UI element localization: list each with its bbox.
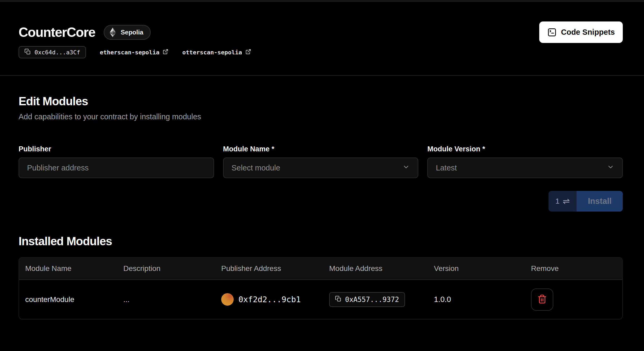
external-link-icon	[163, 49, 168, 56]
publisher-address-cell: 0xf2d2...9cb1	[215, 293, 323, 306]
module-version-select-value: Latest	[436, 164, 457, 172]
publisher-avatar	[221, 293, 234, 306]
module-install-form: Publisher Module Name * Select module Mo…	[19, 145, 623, 178]
chevron-down-icon	[402, 163, 410, 173]
module-name-select-value: Select module	[232, 164, 280, 172]
address-row: 0xc64d...a3Cf etherscan-sepolia ottersca…	[19, 46, 623, 58]
module-version-label: Module Version *	[427, 145, 623, 153]
module-version-field-group: Module Version * Latest	[427, 145, 623, 178]
col-version: Version	[428, 264, 525, 273]
col-module-name: Module Name	[19, 264, 117, 273]
publisher-address-input[interactable]	[19, 157, 214, 178]
module-address-chip[interactable]: 0xA557...9372	[329, 292, 405, 307]
table-row: counterModule ... 0xf2d2...9cb1	[19, 280, 622, 319]
copy-icon	[335, 296, 341, 304]
install-split-button: 1 ⇌ Install	[549, 191, 623, 212]
installed-modules-table: Module Name Description Publisher Addres…	[19, 257, 623, 319]
module-name-select[interactable]: Select module	[223, 157, 419, 178]
remove-cell	[525, 288, 622, 311]
module-name-field-group: Module Name * Select module	[223, 145, 419, 178]
etherscan-sepolia-label: etherscan-sepolia	[100, 49, 159, 56]
version-cell: 1.0.0	[428, 295, 525, 304]
network-badge-label: Sepolia	[121, 29, 143, 36]
top-bar	[0, 0, 644, 2]
install-row: 1 ⇌ Install	[19, 191, 623, 212]
install-button[interactable]: Install	[577, 191, 623, 212]
publisher-field-group: Publisher	[19, 145, 214, 178]
module-address-cell: 0xA557...9372	[323, 292, 428, 307]
chevron-down-icon	[607, 163, 614, 173]
col-module-address: Module Address	[323, 264, 428, 273]
tx-count-badge[interactable]: 1 ⇌	[549, 191, 577, 212]
tx-count: 1	[555, 197, 560, 205]
col-description: Description	[117, 264, 215, 273]
page-title: CounterCore	[19, 24, 95, 40]
otterscan-sepolia-label: otterscan-sepolia	[182, 49, 242, 56]
col-remove: Remove	[525, 264, 622, 273]
contract-header: CounterCore Sepolia	[0, 2, 644, 76]
ethereum-icon	[108, 28, 118, 37]
remove-module-button[interactable]	[531, 288, 553, 311]
module-address: 0xA557...9372	[345, 296, 399, 304]
main-content: Edit Modules Add capabilities to your co…	[0, 94, 644, 319]
description-cell: ...	[117, 295, 215, 304]
contract-address: 0xc64d...a3Cf	[34, 49, 80, 56]
module-name-cell: counterModule	[19, 295, 117, 304]
code-snippets-label: Code Snippets	[561, 28, 615, 37]
publisher-address[interactable]: 0xf2d2...9cb1	[238, 295, 301, 304]
publisher-label: Publisher	[19, 145, 214, 153]
module-name-label: Module Name *	[223, 145, 419, 153]
terminal-icon	[547, 28, 557, 37]
page: CounterCore Sepolia	[0, 0, 644, 319]
etherscan-sepolia-link[interactable]: etherscan-sepolia	[100, 49, 168, 56]
otterscan-sepolia-link[interactable]: otterscan-sepolia	[182, 49, 251, 56]
module-version-select[interactable]: Latest	[427, 157, 623, 178]
installed-modules-title: Installed Modules	[19, 234, 623, 248]
copy-icon	[24, 49, 31, 56]
table-header-row: Module Name Description Publisher Addres…	[19, 258, 622, 280]
edit-modules-subtitle: Add capabilities to your contract by ins…	[19, 112, 623, 121]
col-publisher-address: Publisher Address	[215, 264, 323, 273]
contract-address-chip[interactable]: 0xc64d...a3Cf	[19, 46, 86, 58]
title-row: CounterCore Sepolia	[19, 21, 623, 43]
external-link-icon	[245, 49, 251, 56]
tx-swap-icon: ⇌	[563, 197, 570, 205]
title-group: CounterCore Sepolia	[19, 24, 151, 40]
edit-modules-title: Edit Modules	[19, 94, 623, 108]
trash-icon	[537, 294, 547, 305]
code-snippets-button[interactable]: Code Snippets	[539, 21, 623, 43]
network-badge[interactable]: Sepolia	[104, 25, 151, 40]
